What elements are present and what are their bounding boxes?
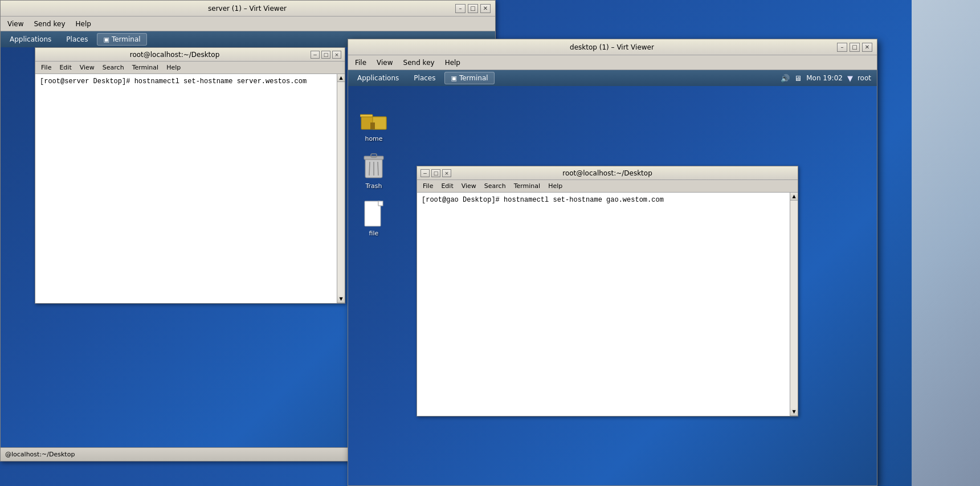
desktop-term-menu-terminal[interactable]: Terminal	[511, 182, 544, 190]
server-taskbar-applications[interactable]: Applications	[4, 34, 57, 45]
server-menu-sendkey[interactable]: Send key	[29, 19, 70, 29]
server-terminal-body: [root@server Desktop]# hostnamectl set-h…	[35, 74, 345, 303]
desktop-terminal-minimize[interactable]: −	[420, 169, 430, 177]
speaker-icon: 🔊	[781, 74, 790, 83]
desktop-taskbar-applications[interactable]: Applications	[352, 72, 405, 84]
server-scroll-track[interactable]	[337, 82, 345, 295]
server-status-text: @localhost:~/Desktop	[5, 451, 75, 458]
server-minimize-button[interactable]: –	[455, 4, 466, 13]
server-scroll-up[interactable]: ▲	[337, 74, 345, 82]
desktop-vm-taskbar: Applications Places ▣ Terminal 🔊 🖥 Mon 1…	[348, 70, 877, 86]
desktop-menu-file[interactable]: File	[350, 58, 371, 68]
desktop-vm-icons: home Trash	[348, 97, 399, 245]
vm-file-icon	[360, 200, 387, 227]
server-menu-view[interactable]: View	[3, 19, 28, 29]
desktop-close-button[interactable]: ✕	[862, 43, 872, 52]
desktop-menu-help[interactable]: Help	[440, 58, 465, 68]
desktop-virt-window: desktop (1) – Virt Viewer – □ ✕ File Vie…	[348, 39, 877, 486]
desktop-scroll-down[interactable]: ▼	[790, 408, 798, 416]
vm-trash-icon	[360, 153, 387, 180]
server-terminal-title: root@localhost:~/Desktop	[39, 51, 311, 59]
server-maximize-button[interactable]: □	[468, 4, 478, 13]
desktop-terminal-content[interactable]: [root@gao Desktop]# hostnamectl set-host…	[417, 193, 790, 416]
vm-desktop-icon-trash[interactable]: Trash	[354, 150, 394, 192]
terminal-icon: ▣	[103, 36, 109, 43]
vm-desktop-icon-home[interactable]: home	[354, 103, 394, 145]
server-terminal-content[interactable]: [root@server Desktop]# hostnamectl set-h…	[35, 74, 337, 303]
svg-rect-23	[378, 201, 383, 206]
desktop-scroll-up[interactable]: ▲	[790, 193, 798, 201]
desktop-title-bar: desktop (1) – Virt Viewer – □ ✕	[348, 39, 877, 55]
vm-trash-icon-label: Trash	[365, 182, 382, 190]
desktop-window-controls: – □ ✕	[837, 43, 872, 52]
desktop-maximize-button[interactable]: □	[850, 43, 860, 52]
vm-file-icon-label: file	[369, 230, 379, 237]
server-term-menu-search[interactable]: Search	[99, 63, 128, 72]
server-window-title: server (1) – Virt Viewer	[39, 5, 455, 13]
server-title-bar: server (1) – Virt Viewer – □ ✕	[1, 1, 495, 17]
user-indicator: ▼	[847, 74, 853, 83]
vm-desktop-icon-file[interactable]: file	[354, 198, 394, 239]
svg-rect-12	[360, 115, 373, 117]
server-scrollbar[interactable]: ▲ ▼	[337, 74, 345, 303]
server-menu-help[interactable]: Help	[71, 19, 96, 29]
desktop-scroll-track[interactable]	[790, 201, 798, 408]
desktop-term-menu-help[interactable]: Help	[545, 182, 566, 190]
desktop-terminal-controls-left: − □ ×	[420, 169, 451, 177]
desktop-terminal-menu: File Edit View Search Terminal Help	[417, 180, 798, 193]
svg-rect-19	[364, 156, 383, 160]
server-term-menu-edit[interactable]: Edit	[56, 63, 75, 72]
desktop-terminal-maximize[interactable]: □	[431, 169, 440, 177]
desktop-terminal-icon: ▣	[451, 75, 456, 82]
server-term-menu-view[interactable]: View	[76, 63, 98, 72]
server-taskbar-terminal[interactable]: ▣ Terminal	[97, 33, 146, 46]
svg-line-16	[369, 162, 370, 175]
desktop-menu-bar: File View Send key Help	[348, 55, 877, 70]
server-window-controls: – □ ✕	[455, 4, 491, 13]
server-terminal-window: root@localhost:~/Desktop − □ × File Edit…	[35, 47, 345, 304]
server-terminal-menu: File Edit View Search Terminal Help	[35, 62, 345, 74]
desktop-terminal-title: root@localhost:~/Desktop	[451, 169, 763, 177]
clock: Mon 19:02	[806, 74, 843, 82]
server-close-button[interactable]: ✕	[480, 4, 491, 13]
server-terminal-minimize[interactable]: −	[311, 51, 320, 59]
server-taskbar-places[interactable]: Places	[60, 34, 93, 45]
desktop-terminal-title-bar: − □ × root@localhost:~/Desktop	[417, 166, 798, 180]
desktop-terminal-close[interactable]: ×	[442, 169, 451, 177]
desktop-minimize-button[interactable]: –	[837, 43, 847, 52]
vm-home-icon	[360, 105, 387, 133]
system-tray: 🔊 🖥 Mon 19:02 ▼ root	[781, 74, 873, 83]
svg-rect-14	[370, 122, 375, 129]
desktop-taskbar-terminal[interactable]: ▣ Terminal	[444, 72, 494, 84]
desktop-window-title: desktop (1) – Virt Viewer	[387, 43, 837, 51]
server-terminal-controls: − □ ×	[311, 51, 341, 59]
desktop-term-menu-search[interactable]: Search	[481, 182, 509, 190]
desktop-vm-desktop: home Trash	[348, 86, 877, 485]
desktop-terminal-body: [root@gao Desktop]# hostnamectl set-host…	[417, 193, 798, 416]
server-menu-bar: View Send key Help	[1, 17, 495, 31]
vm-home-icon-label: home	[365, 135, 382, 142]
server-terminal-close[interactable]: ×	[332, 51, 341, 59]
desktop-menu-sendkey[interactable]: Send key	[399, 58, 439, 68]
desktop-menu-view[interactable]: View	[372, 58, 397, 68]
desktop: home	[0, 0, 980, 486]
server-term-menu-file[interactable]: File	[38, 63, 55, 72]
desktop-term-menu-view[interactable]: View	[458, 182, 480, 190]
desktop-term-menu-file[interactable]: File	[419, 182, 436, 190]
svg-line-18	[378, 162, 378, 175]
desktop-taskbar-places[interactable]: Places	[408, 72, 441, 84]
server-scroll-down[interactable]: ▼	[337, 295, 345, 303]
desktop-terminal-window: − □ × root@localhost:~/Desktop File Edit…	[416, 166, 798, 416]
server-terminal-title-bar: root@localhost:~/Desktop − □ ×	[35, 48, 345, 62]
server-term-menu-terminal[interactable]: Terminal	[129, 63, 162, 72]
right-bg-decoration	[912, 0, 980, 486]
desktop-term-menu-edit[interactable]: Edit	[438, 182, 456, 190]
server-term-menu-help[interactable]: Help	[163, 63, 184, 72]
network-icon: 🖥	[794, 74, 802, 83]
server-terminal-maximize[interactable]: □	[321, 51, 330, 59]
desktop-scrollbar[interactable]: ▲ ▼	[790, 193, 798, 416]
username: root	[858, 74, 871, 82]
